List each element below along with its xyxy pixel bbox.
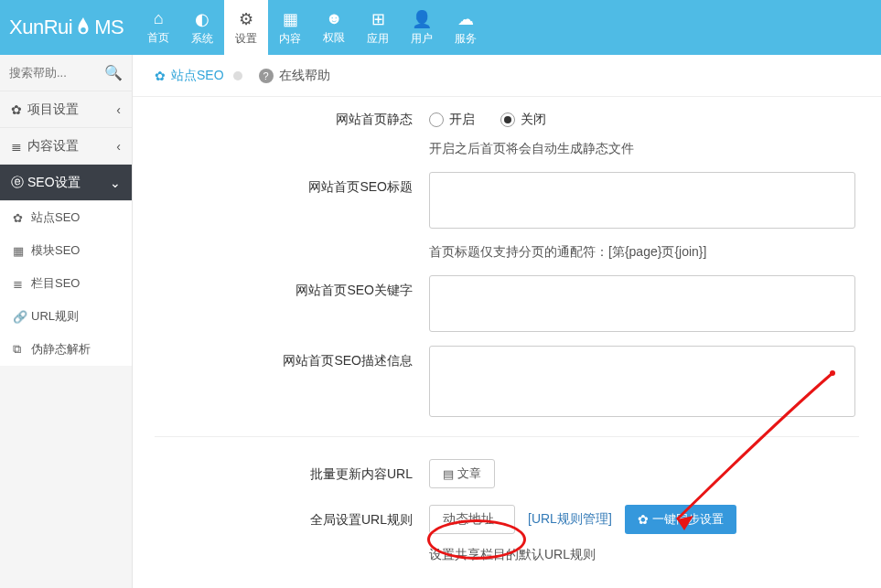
nav-service[interactable]: ☁服务 (444, 0, 488, 55)
radio-icon (500, 112, 515, 127)
sidebar-item-rewrite[interactable]: ⧉伪静态解析 (0, 333, 132, 366)
label-seo-keywords: 网站首页SEO关键字 (155, 275, 429, 335)
nav-app[interactable]: ⊞应用 (356, 0, 400, 55)
item-label: 伪静态解析 (31, 341, 91, 358)
row-global-url: 全局设置URL规则 动态地址 [URL规则管理] ✿ 一键同步设置 (155, 505, 859, 534)
sync-settings-button[interactable]: ✿ 一键同步设置 (625, 505, 736, 534)
flame-icon (73, 16, 93, 39)
sidebar-search: 🔍 (0, 55, 132, 91)
label-seo-desc: 网站首页SEO描述信息 (155, 346, 429, 420)
btn-label: 一键同步设置 (652, 511, 724, 528)
nav-label: 用户 (411, 31, 433, 47)
radio-icon (429, 112, 444, 127)
row-global-url-help: 设置共享栏目的默认URL规则 (155, 543, 859, 563)
row-static-help: 开启之后首页将会自动生成静态文件 (155, 137, 859, 157)
sidebar: 🔍 ✿项目设置‹≣内容设置‹ⓔSEO设置⌄✿站点SEO▦模块SEO≣栏目SEO🔗… (0, 55, 133, 588)
label-global-url: 全局设置URL规则 (155, 505, 429, 534)
input-seo-title[interactable] (429, 172, 855, 229)
doc-icon: ▤ (443, 467, 454, 481)
logo: XunRui MS (0, 0, 136, 55)
sidebar-group-content[interactable]: ≣内容设置‹ (0, 128, 132, 165)
sidebar-item-column-seo[interactable]: ≣栏目SEO (0, 267, 132, 300)
nav-label: 权限 (323, 30, 345, 46)
nav-label: 首页 (147, 30, 169, 46)
nav-system[interactable]: ◐系统 (180, 0, 224, 55)
content-area: 网站首页静态 开启 关闭 开启之后首页将会自动生成静态文件 网站首页SEO标题 (133, 97, 881, 588)
url-rule-icon: 🔗 (13, 310, 31, 324)
gear-icon: ✿ (638, 512, 649, 527)
nav-setting[interactable]: ⚙设置 (224, 0, 268, 55)
nav-home[interactable]: ⌂首页 (136, 0, 180, 55)
radio-label: 关闭 (521, 112, 546, 128)
top-header: XunRui MS ⌂首页◐系统⚙设置▦内容☻权限⊞应用👤用户☁服务 (0, 0, 881, 55)
sidebar-item-module-seo[interactable]: ▦模块SEO (0, 234, 132, 267)
nav-label: 内容 (279, 31, 301, 47)
chevron-down-icon: ⌄ (110, 176, 121, 190)
label-batch-url: 批量更新内容URL (155, 459, 429, 488)
label-static: 网站首页静态 (155, 104, 429, 128)
sidebar-search-input[interactable] (9, 66, 101, 80)
nav-auth[interactable]: ☻权限 (312, 0, 356, 55)
chevron-left-icon: ‹ (116, 139, 121, 154)
logo-text-2: MS (94, 16, 124, 39)
gear-icon: ✿ (155, 69, 166, 83)
global-url-select[interactable]: 动态地址 (429, 505, 515, 534)
sidebar-group-project[interactable]: ✿项目设置‹ (0, 91, 132, 128)
content-icon: ≣ (11, 139, 27, 154)
auth-icon: ☻ (326, 9, 343, 28)
help-global-url: 设置共享栏目的默认URL规则 (429, 543, 859, 563)
row-seo-title: 网站首页SEO标题 (155, 172, 859, 231)
radio-label: 开启 (449, 112, 475, 128)
item-label: 模块SEO (31, 242, 80, 259)
search-icon[interactable]: 🔍 (104, 64, 123, 81)
nav-label: 系统 (191, 31, 213, 47)
group-label: SEO设置 (27, 175, 81, 191)
app-icon: ⊞ (371, 9, 385, 29)
group-label: 项目设置 (27, 102, 79, 118)
item-label: 站点SEO (31, 209, 80, 226)
nav-content[interactable]: ▦内容 (268, 0, 312, 55)
radio-static-on[interactable]: 开启 (429, 112, 475, 128)
item-label: 栏目SEO (31, 275, 80, 292)
help-seo-title: 首页标题仅支持分页的通配符：[第{page}页{join}] (429, 241, 859, 261)
row-seo-title-help: 首页标题仅支持分页的通配符：[第{page}页{join}] (155, 241, 859, 261)
select-value: 动态地址 (443, 511, 494, 528)
sidebar-item-url-rule[interactable]: 🔗URL规则 (0, 300, 132, 333)
seo-icon: ⓔ (11, 175, 27, 191)
row-seo-keywords: 网站首页SEO关键字 (155, 275, 859, 335)
batch-url-article-button[interactable]: ▤ 文章 (429, 459, 495, 488)
nav-label: 应用 (367, 31, 389, 47)
sidebar-group-seo[interactable]: ⓔSEO设置⌄ (0, 165, 132, 201)
home-icon: ⌂ (154, 9, 164, 28)
rewrite-icon: ⧉ (13, 342, 31, 357)
input-seo-desc[interactable] (429, 346, 855, 417)
nav-label: 设置 (235, 31, 257, 47)
item-label: URL规则 (31, 308, 79, 325)
tab-site-seo[interactable]: ✿ 站点SEO (155, 68, 242, 84)
tab-help[interactable]: ? 在线帮助 (259, 68, 336, 84)
content-tabs: ✿ 站点SEO ? 在线帮助 (133, 55, 881, 97)
label-seo-title: 网站首页SEO标题 (155, 172, 429, 231)
submenu-seo: ✿站点SEO▦模块SEO≣栏目SEO🔗URL规则⧉伪静态解析 (0, 201, 132, 366)
radio-static-off[interactable]: 关闭 (500, 112, 546, 128)
tab-label: 站点SEO (171, 68, 224, 84)
input-seo-keywords[interactable] (429, 275, 855, 332)
logo-text-1: XunRui (9, 16, 72, 39)
user-icon: 👤 (412, 9, 432, 29)
divider (155, 436, 859, 437)
question-icon: ? (259, 69, 274, 83)
content-icon: ▦ (283, 9, 298, 29)
nav-items: ⌂首页◐系统⚙设置▦内容☻权限⊞应用👤用户☁服务 (136, 0, 488, 55)
nav-user[interactable]: 👤用户 (400, 0, 444, 55)
module-seo-icon: ▦ (13, 244, 31, 258)
group-label: 内容设置 (27, 138, 79, 155)
row-seo-desc: 网站首页SEO描述信息 (155, 346, 859, 420)
service-icon: ☁ (457, 9, 474, 29)
radio-group-static: 开启 关闭 (429, 104, 859, 128)
link-url-rule-manage[interactable]: [URL规则管理] (528, 511, 612, 528)
sidebar-item-site-seo[interactable]: ✿站点SEO (0, 201, 132, 234)
tab-help-label: 在线帮助 (279, 68, 330, 84)
tab-close-dot[interactable] (233, 71, 242, 80)
svg-point-0 (81, 27, 86, 33)
help-static: 开启之后首页将会自动生成静态文件 (429, 137, 859, 157)
